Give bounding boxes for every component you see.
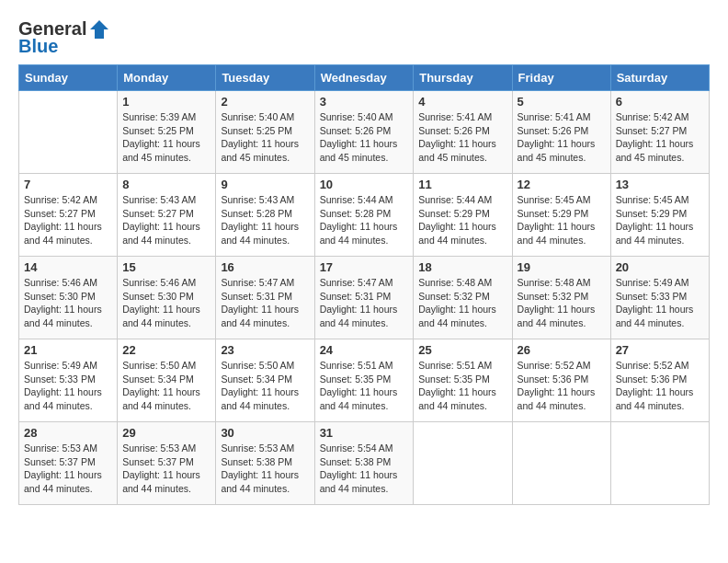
calendar-cell: 25Sunrise: 5:51 AMSunset: 5:35 PMDayligh… bbox=[414, 339, 512, 422]
day-number: 26 bbox=[518, 343, 606, 357]
calendar-cell: 30Sunrise: 5:53 AMSunset: 5:38 PMDayligh… bbox=[216, 422, 314, 505]
logo: General Blue bbox=[18, 18, 109, 57]
day-info: Sunrise: 5:52 AMSunset: 5:36 PMDaylight:… bbox=[616, 359, 704, 413]
weekday-header-tuesday: Tuesday bbox=[216, 65, 314, 91]
day-info: Sunrise: 5:50 AMSunset: 5:34 PMDaylight:… bbox=[221, 359, 309, 413]
day-number: 30 bbox=[221, 426, 309, 440]
calendar-week-row: 21Sunrise: 5:49 AMSunset: 5:33 PMDayligh… bbox=[19, 339, 710, 422]
day-info: Sunrise: 5:39 AMSunset: 5:25 PMDaylight:… bbox=[122, 110, 210, 165]
day-number: 23 bbox=[221, 343, 309, 357]
calendar-cell: 8Sunrise: 5:43 AMSunset: 5:27 PMDaylight… bbox=[118, 174, 216, 257]
calendar-week-row: 14Sunrise: 5:46 AMSunset: 5:30 PMDayligh… bbox=[19, 257, 710, 339]
calendar-cell: 2Sunrise: 5:40 AMSunset: 5:25 PMDaylight… bbox=[216, 91, 314, 174]
day-number: 16 bbox=[221, 260, 309, 274]
svg-marker-0 bbox=[90, 20, 108, 39]
day-number: 31 bbox=[320, 426, 409, 440]
day-info: Sunrise: 5:46 AMSunset: 5:30 PMDaylight:… bbox=[122, 276, 210, 330]
day-number: 1 bbox=[122, 95, 210, 109]
day-number: 14 bbox=[24, 260, 112, 274]
page-header: General Blue bbox=[18, 18, 710, 57]
day-number: 15 bbox=[122, 260, 210, 274]
calendar-cell: 6Sunrise: 5:42 AMSunset: 5:27 PMDaylight… bbox=[610, 91, 709, 174]
day-number: 22 bbox=[122, 343, 210, 357]
calendar-cell: 29Sunrise: 5:53 AMSunset: 5:37 PMDayligh… bbox=[118, 422, 216, 505]
day-info: Sunrise: 5:54 AMSunset: 5:38 PMDaylight:… bbox=[320, 442, 409, 496]
day-number: 27 bbox=[616, 343, 704, 357]
day-number: 21 bbox=[24, 343, 112, 357]
calendar-cell: 19Sunrise: 5:48 AMSunset: 5:32 PMDayligh… bbox=[512, 257, 610, 339]
weekday-header-row: SundayMondayTuesdayWednesdayThursdayFrid… bbox=[19, 65, 710, 91]
calendar-cell: 11Sunrise: 5:44 AMSunset: 5:29 PMDayligh… bbox=[414, 174, 512, 257]
calendar-week-row: 1Sunrise: 5:39 AMSunset: 5:25 PMDaylight… bbox=[19, 91, 710, 174]
day-number: 28 bbox=[24, 426, 112, 440]
day-info: Sunrise: 5:51 AMSunset: 5:35 PMDaylight:… bbox=[320, 359, 409, 413]
day-number: 18 bbox=[418, 260, 506, 274]
calendar-week-row: 7Sunrise: 5:42 AMSunset: 5:27 PMDaylight… bbox=[19, 174, 710, 257]
calendar-cell: 31Sunrise: 5:54 AMSunset: 5:38 PMDayligh… bbox=[314, 422, 414, 505]
day-info: Sunrise: 5:53 AMSunset: 5:37 PMDaylight:… bbox=[24, 442, 112, 496]
calendar-cell: 21Sunrise: 5:49 AMSunset: 5:33 PMDayligh… bbox=[19, 339, 118, 422]
day-info: Sunrise: 5:45 AMSunset: 5:29 PMDaylight:… bbox=[518, 193, 606, 247]
day-number: 19 bbox=[518, 260, 606, 274]
calendar-cell: 12Sunrise: 5:45 AMSunset: 5:29 PMDayligh… bbox=[512, 174, 610, 257]
calendar-cell bbox=[610, 422, 709, 505]
day-number: 13 bbox=[616, 178, 704, 191]
weekday-header-saturday: Saturday bbox=[610, 65, 709, 91]
calendar-table: SundayMondayTuesdayWednesdayThursdayFrid… bbox=[18, 64, 710, 505]
calendar-cell: 15Sunrise: 5:46 AMSunset: 5:30 PMDayligh… bbox=[118, 257, 216, 339]
day-info: Sunrise: 5:41 AMSunset: 5:26 PMDaylight:… bbox=[418, 110, 506, 165]
day-number: 3 bbox=[320, 95, 409, 109]
day-info: Sunrise: 5:44 AMSunset: 5:28 PMDaylight:… bbox=[320, 193, 409, 247]
calendar-cell: 13Sunrise: 5:45 AMSunset: 5:29 PMDayligh… bbox=[610, 174, 709, 257]
calendar-cell: 23Sunrise: 5:50 AMSunset: 5:34 PMDayligh… bbox=[216, 339, 314, 422]
day-number: 2 bbox=[221, 95, 309, 109]
day-info: Sunrise: 5:44 AMSunset: 5:29 PMDaylight:… bbox=[418, 193, 506, 247]
day-info: Sunrise: 5:49 AMSunset: 5:33 PMDaylight:… bbox=[24, 359, 112, 413]
day-info: Sunrise: 5:49 AMSunset: 5:33 PMDaylight:… bbox=[616, 276, 704, 330]
calendar-cell: 20Sunrise: 5:49 AMSunset: 5:33 PMDayligh… bbox=[610, 257, 709, 339]
day-info: Sunrise: 5:42 AMSunset: 5:27 PMDaylight:… bbox=[24, 193, 112, 247]
logo-blue: Blue bbox=[18, 36, 58, 57]
day-info: Sunrise: 5:52 AMSunset: 5:36 PMDaylight:… bbox=[518, 359, 606, 413]
calendar-cell bbox=[414, 422, 512, 505]
day-info: Sunrise: 5:41 AMSunset: 5:26 PMDaylight:… bbox=[518, 110, 606, 165]
day-info: Sunrise: 5:47 AMSunset: 5:31 PMDaylight:… bbox=[221, 276, 309, 330]
day-info: Sunrise: 5:53 AMSunset: 5:38 PMDaylight:… bbox=[221, 442, 309, 496]
day-info: Sunrise: 5:42 AMSunset: 5:27 PMDaylight:… bbox=[616, 110, 704, 165]
day-number: 24 bbox=[320, 343, 409, 357]
calendar-cell: 1Sunrise: 5:39 AMSunset: 5:25 PMDaylight… bbox=[118, 91, 216, 174]
calendar-cell: 5Sunrise: 5:41 AMSunset: 5:26 PMDaylight… bbox=[512, 91, 610, 174]
weekday-header-thursday: Thursday bbox=[414, 65, 512, 91]
day-number: 10 bbox=[320, 178, 409, 191]
day-info: Sunrise: 5:43 AMSunset: 5:27 PMDaylight:… bbox=[122, 193, 210, 247]
logo-icon bbox=[89, 19, 109, 40]
day-number: 9 bbox=[221, 178, 309, 191]
day-info: Sunrise: 5:46 AMSunset: 5:30 PMDaylight:… bbox=[24, 276, 112, 330]
calendar-cell: 9Sunrise: 5:43 AMSunset: 5:28 PMDaylight… bbox=[216, 174, 314, 257]
day-number: 25 bbox=[418, 343, 506, 357]
day-info: Sunrise: 5:47 AMSunset: 5:31 PMDaylight:… bbox=[320, 276, 409, 330]
day-number: 29 bbox=[122, 426, 210, 440]
calendar-cell: 27Sunrise: 5:52 AMSunset: 5:36 PMDayligh… bbox=[610, 339, 709, 422]
day-info: Sunrise: 5:45 AMSunset: 5:29 PMDaylight:… bbox=[616, 193, 704, 247]
day-info: Sunrise: 5:48 AMSunset: 5:32 PMDaylight:… bbox=[418, 276, 506, 330]
calendar-week-row: 28Sunrise: 5:53 AMSunset: 5:37 PMDayligh… bbox=[19, 422, 710, 505]
calendar-cell: 16Sunrise: 5:47 AMSunset: 5:31 PMDayligh… bbox=[216, 257, 314, 339]
day-number: 17 bbox=[320, 260, 409, 274]
calendar-cell bbox=[19, 91, 118, 174]
day-number: 12 bbox=[518, 178, 606, 191]
day-info: Sunrise: 5:53 AMSunset: 5:37 PMDaylight:… bbox=[122, 442, 210, 496]
day-number: 20 bbox=[616, 260, 704, 274]
day-info: Sunrise: 5:43 AMSunset: 5:28 PMDaylight:… bbox=[221, 193, 309, 247]
day-number: 11 bbox=[418, 178, 506, 191]
day-info: Sunrise: 5:40 AMSunset: 5:25 PMDaylight:… bbox=[221, 110, 309, 165]
day-number: 5 bbox=[518, 95, 606, 109]
day-info: Sunrise: 5:50 AMSunset: 5:34 PMDaylight:… bbox=[122, 359, 210, 413]
calendar-cell: 24Sunrise: 5:51 AMSunset: 5:35 PMDayligh… bbox=[314, 339, 414, 422]
weekday-header-sunday: Sunday bbox=[19, 65, 118, 91]
calendar-cell: 28Sunrise: 5:53 AMSunset: 5:37 PMDayligh… bbox=[19, 422, 118, 505]
day-info: Sunrise: 5:51 AMSunset: 5:35 PMDaylight:… bbox=[418, 359, 506, 413]
calendar-cell bbox=[512, 422, 610, 505]
day-number: 6 bbox=[616, 95, 704, 109]
calendar-cell: 22Sunrise: 5:50 AMSunset: 5:34 PMDayligh… bbox=[118, 339, 216, 422]
